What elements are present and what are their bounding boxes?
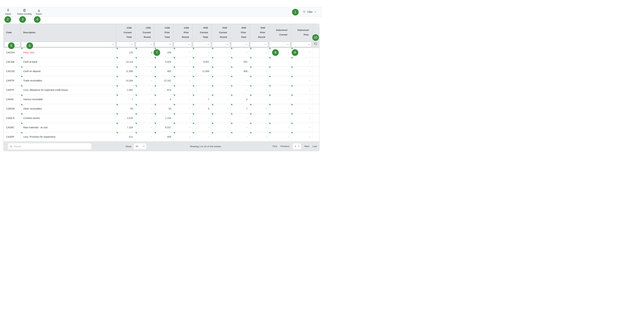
value-cell[interactable]: - — [250, 76, 269, 85]
value-cell[interactable]: 5,020 — [154, 57, 173, 66]
column-filter-input[interactable]: ... — [291, 42, 312, 47]
value-cell[interactable]: - — [192, 48, 212, 57]
value-cell[interactable]: 6,537 — [154, 123, 173, 132]
value-cell[interactable]: - — [269, 113, 291, 123]
value-cell[interactable]: - — [135, 85, 154, 94]
search-box[interactable] — [8, 143, 91, 150]
first-page-button[interactable]: First — [272, 145, 277, 148]
filter-options-button[interactable]: ... — [131, 42, 133, 45]
value-cell[interactable]: - — [212, 123, 230, 132]
value-cell[interactable]: - — [269, 76, 291, 85]
value-cell[interactable]: 11,900 — [192, 66, 212, 76]
value-cell[interactable]: -456 — [154, 132, 173, 142]
value-cell[interactable]: 11,900 — [116, 66, 135, 76]
value-cell[interactable]: - — [250, 132, 269, 142]
value-cell[interactable]: 9 — [192, 104, 212, 113]
value-cell[interactable]: -511 — [116, 132, 135, 142]
next-page-button[interactable]: Next — [304, 145, 309, 148]
value-cell[interactable]: - — [135, 76, 154, 85]
description-cell[interactable]: Less: Provision for impairment — [20, 132, 116, 142]
value-cell[interactable]: - — [291, 76, 312, 85]
column-filter-input[interactable]: ... — [155, 42, 173, 47]
description-cell[interactable]: Cash at bank — [20, 57, 116, 66]
value-cell[interactable]: - — [135, 66, 154, 76]
value-cell[interactable]: - — [192, 85, 212, 94]
value-cell[interactable]: - — [250, 123, 269, 132]
value-cell[interactable]: 4 — [230, 94, 250, 104]
value-cell[interactable]: - — [291, 66, 312, 76]
column-filter-input[interactable]: ... — [231, 42, 249, 47]
value-cell[interactable]: - — [291, 123, 312, 132]
value-cell[interactable]: - — [269, 85, 291, 94]
value-cell[interactable]: -874 — [154, 85, 173, 94]
value-cell[interactable]: - — [269, 94, 291, 104]
value-cell[interactable]: - — [230, 123, 250, 132]
value-cell[interactable]: - — [173, 113, 192, 123]
value-cell[interactable]: - — [192, 113, 212, 123]
value-cell[interactable]: - — [212, 57, 230, 66]
value-cell[interactable]: - — [135, 104, 154, 113]
filter-options-button[interactable]: ... — [188, 42, 190, 45]
value-cell[interactable]: - — [269, 132, 291, 142]
value-cell[interactable]: 461 — [230, 57, 250, 66]
value-cell[interactable]: - — [212, 85, 230, 94]
value-cell[interactable]: - — [250, 66, 269, 76]
import-button[interactable]: Import — [4, 9, 12, 15]
value-cell[interactable]: - — [135, 94, 154, 104]
filter-options-button[interactable]: ... — [169, 42, 172, 45]
description-cell[interactable]: Raw materials - at cost — [20, 123, 116, 132]
value-cell[interactable]: - — [291, 132, 312, 142]
value-cell[interactable]: - — [250, 113, 269, 123]
value-cell[interactable]: - — [212, 48, 230, 57]
value-cell[interactable]: - — [173, 57, 192, 66]
value-cell[interactable]: - — [173, 104, 192, 113]
export-button[interactable]: Export — [34, 9, 43, 15]
value-cell[interactable]: - — [173, 66, 192, 76]
value-cell[interactable]: - — [135, 113, 154, 123]
value-cell[interactable]: - — [212, 132, 230, 142]
value-cell[interactable]: 14,344 — [116, 76, 135, 85]
value-cell[interactable]: 7,328 — [116, 123, 135, 132]
column-filter-input[interactable]: ... — [193, 42, 211, 47]
description-cell[interactable]: Other receivables — [20, 104, 116, 113]
value-cell[interactable]: - — [291, 104, 312, 113]
value-cell[interactable]: - — [230, 113, 250, 123]
value-cell[interactable]: 125 — [116, 48, 135, 57]
value-cell[interactable]: - — [212, 113, 230, 123]
page-number-select[interactable]: 1 — [293, 144, 301, 149]
value-cell[interactable]: - — [135, 132, 154, 142]
value-cell[interactable]: - — [230, 48, 250, 57]
value-cell[interactable]: - — [212, 66, 230, 76]
value-cell[interactable]: - — [230, 76, 250, 85]
delete-rounding-button[interactable]: Delete rounding — [16, 9, 32, 15]
value-cell[interactable]: -1,062 — [116, 85, 135, 94]
description-cell[interactable]: Cash on deposit — [20, 66, 116, 76]
value-cell[interactable]: - — [212, 94, 230, 104]
value-cell[interactable]: - — [212, 104, 230, 113]
value-cell[interactable]: - — [269, 123, 291, 132]
description-cell[interactable]: Interest receivable — [20, 94, 116, 104]
value-cell[interactable]: - — [173, 48, 192, 57]
column-filter-input[interactable]: ... — [250, 42, 268, 47]
value-cell[interactable]: - — [250, 94, 269, 104]
value-cell[interactable]: 7 — [116, 94, 135, 104]
value-cell[interactable]: 2,616 — [116, 113, 135, 123]
page-size-select[interactable]: 10 — [134, 144, 146, 149]
value-cell[interactable]: - — [192, 132, 212, 142]
column-filter-input[interactable]: ... — [174, 42, 192, 47]
value-cell[interactable]: - — [173, 76, 192, 85]
description-cell[interactable]: Contract assets — [20, 113, 116, 123]
value-cell[interactable]: - — [230, 85, 250, 94]
value-cell[interactable]: - — [250, 104, 269, 113]
value-cell[interactable]: - — [269, 66, 291, 76]
value-cell[interactable]: - — [269, 57, 291, 66]
value-cell[interactable]: - — [135, 57, 154, 66]
filter-input-description[interactable]: ... — [21, 42, 116, 47]
value-cell[interactable]: 59 — [116, 104, 135, 113]
column-filter-input[interactable]: ... — [116, 42, 134, 47]
filter-options-button[interactable]: ... — [207, 42, 210, 45]
column-filter-input[interactable]: ... — [212, 42, 230, 47]
value-cell[interactable]: 13,181 — [154, 76, 173, 85]
value-cell[interactable]: - — [192, 76, 212, 85]
filter-options-button[interactable]: ... — [226, 42, 229, 45]
